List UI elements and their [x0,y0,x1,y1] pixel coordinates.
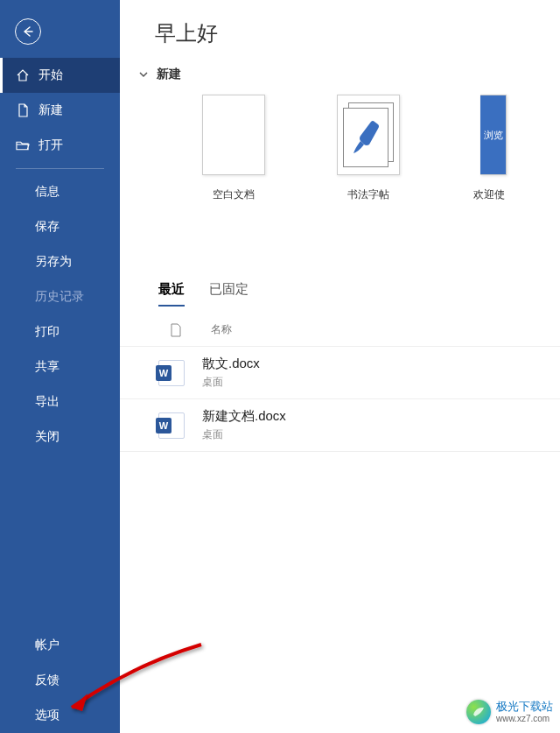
column-name-label: 名称 [211,322,232,337]
sidebar-item-label: 保存 [35,219,60,235]
file-name: 散文.docx [202,356,260,372]
sidebar-divider [16,168,104,169]
sidebar-item-close[interactable]: 关闭 [0,419,120,455]
sidebar-item-open[interactable]: 打开 [0,128,120,163]
template-label: 书法字帖 [347,187,389,202]
sidebar: 开始 新建 打开 信息 保存 另存为 历史记录 打印 [0,0,120,733]
sidebar-item-label: 打印 [35,324,60,340]
tab-recent[interactable]: 最近 [158,281,185,307]
sidebar-item-label: 帐户 [35,638,60,653]
word-file-icon: W [158,412,185,439]
template-calligraphy-thumb [337,95,400,175]
sidebar-item-options[interactable]: 选项 [0,698,120,733]
templates-row: 空白文档 书法字帖 [120,95,560,229]
template-label: 欢迎使 [473,187,505,202]
file-icon [165,323,186,337]
file-row[interactable]: W 新建文档.docx 桌面 [120,399,560,452]
recent-tabs: 最近 已固定 [120,281,560,307]
sidebar-item-feedback[interactable]: 反馈 [0,663,120,698]
template-welcome-thumb: 浏览 [480,95,507,175]
template-welcome[interactable]: 浏览 欢迎使 [472,95,507,202]
file-text-block: 新建文档.docx 桌面 [202,408,286,442]
chevron-down-icon [137,68,150,81]
app-window: 开始 新建 打开 信息 保存 另存为 历史记录 打印 [0,0,560,733]
back-button[interactable] [7,11,49,53]
greeting-title: 早上好 [120,0,560,67]
template-label: 空白文档 [213,187,255,202]
brush-icon [350,118,382,157]
sidebar-item-share[interactable]: 共享 [0,349,120,384]
sidebar-item-label: 导出 [35,394,60,410]
template-calligraphy[interactable]: 书法字帖 [337,95,400,202]
sidebar-item-print[interactable]: 打印 [0,314,120,349]
sidebar-spacer [0,455,120,628]
section-header-label: 新建 [157,67,181,82]
sidebar-item-label: 共享 [35,359,60,375]
sidebar-item-new[interactable]: 新建 [0,93,120,128]
sidebar-item-export[interactable]: 导出 [0,384,120,419]
sidebar-item-label: 选项 [35,708,60,723]
welcome-tour-label: 浏览 [480,95,506,174]
sidebar-item-history: 历史记录 [0,279,120,314]
sidebar-item-label: 打开 [38,137,63,153]
template-blank-thumb [202,95,265,175]
main-panel: 早上好 新建 空白文档 [120,0,560,733]
new-section-header[interactable]: 新建 [120,67,560,95]
file-name: 新建文档.docx [202,408,286,425]
sidebar-item-account[interactable]: 帐户 [0,628,120,663]
sidebar-item-label: 新建 [38,102,63,118]
sidebar-item-start[interactable]: 开始 [0,58,120,93]
back-icon [15,18,41,45]
sidebar-item-label: 信息 [35,184,60,200]
file-text-block: 散文.docx 桌面 [202,356,260,390]
sidebar-item-info[interactable]: 信息 [0,174,120,209]
sidebar-item-save-as[interactable]: 另存为 [0,244,120,279]
file-location: 桌面 [202,375,260,390]
word-file-icon: W [158,360,185,386]
sidebar-item-label: 反馈 [35,673,60,688]
file-list-header: 名称 [120,314,560,347]
template-blank[interactable]: 空白文档 [202,95,265,202]
sidebar-item-label: 开始 [38,67,63,83]
sidebar-item-label: 历史记录 [35,289,84,305]
new-doc-icon [16,103,30,117]
home-icon [16,68,30,82]
tab-pinned[interactable]: 已固定 [209,281,248,307]
folder-open-icon [16,139,30,152]
file-location: 桌面 [202,427,286,442]
file-row[interactable]: W 散文.docx 桌面 [120,347,560,399]
sidebar-item-save[interactable]: 保存 [0,209,120,244]
sidebar-item-label: 关闭 [35,429,60,445]
sidebar-item-label: 另存为 [35,254,72,270]
